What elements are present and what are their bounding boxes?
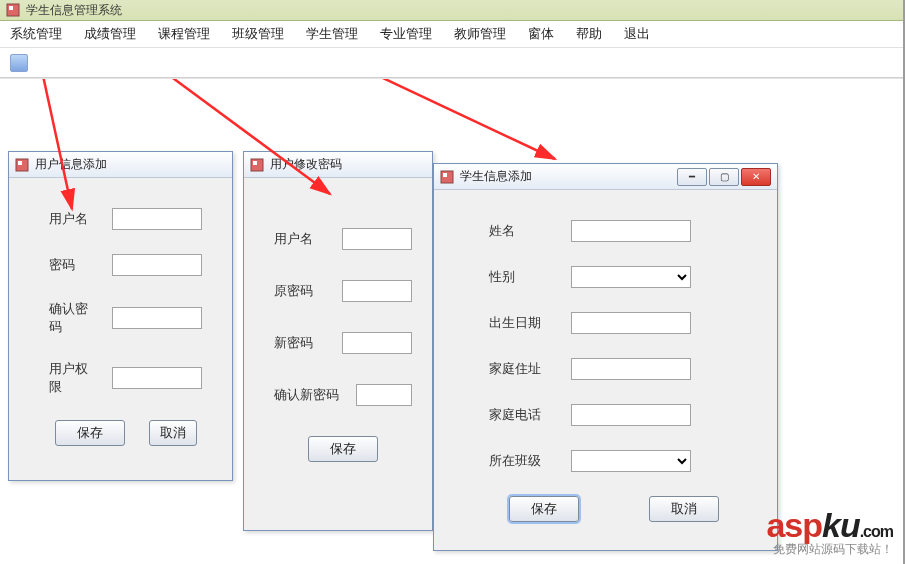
label-password: 密码: [49, 256, 94, 274]
menu-bar: 系统管理 成绩管理 课程管理 班级管理 学生管理 专业管理 教师管理 窗体 帮助…: [0, 21, 905, 47]
svg-rect-3: [18, 161, 22, 165]
menu-system[interactable]: 系统管理: [10, 25, 62, 43]
menu-teacher[interactable]: 教师管理: [454, 25, 506, 43]
menu-exit[interactable]: 退出: [624, 25, 650, 43]
label-username: 用户名: [49, 210, 94, 228]
dialog-title: 用户信息添加: [35, 156, 107, 173]
logo-subtitle: 免费网站源码下载站！: [766, 541, 893, 558]
menu-help[interactable]: 帮助: [576, 25, 602, 43]
select-class[interactable]: [571, 450, 691, 472]
app-titlebar: 学生信息管理系统: [0, 0, 905, 21]
input-confirm[interactable]: [112, 307, 202, 329]
menu-major[interactable]: 专业管理: [380, 25, 432, 43]
label-new-password: 新密码: [274, 334, 330, 352]
label-address: 家庭住址: [489, 360, 553, 378]
input-password[interactable]: [112, 254, 202, 276]
menu-class[interactable]: 班级管理: [232, 25, 284, 43]
close-button[interactable]: ✕: [741, 168, 771, 186]
label-confirm: 确认密码: [49, 300, 94, 336]
menu-course[interactable]: 课程管理: [158, 25, 210, 43]
input-confirm-new-password[interactable]: [356, 384, 412, 406]
svg-line-10: [300, 79, 555, 159]
app-icon: [6, 3, 20, 17]
form-icon: [15, 158, 29, 172]
label-phone: 家庭电话: [489, 406, 553, 424]
label-class: 所在班级: [489, 452, 553, 470]
input-name[interactable]: [571, 220, 691, 242]
input-old-password[interactable]: [342, 280, 412, 302]
save-button[interactable]: 保存: [308, 436, 378, 462]
minimize-button[interactable]: ━: [677, 168, 707, 186]
input-new-password[interactable]: [342, 332, 412, 354]
maximize-button[interactable]: ▢: [709, 168, 739, 186]
svg-rect-1: [9, 6, 13, 10]
dialog-title: 用户修改密码: [270, 156, 342, 173]
svg-rect-7: [443, 173, 447, 177]
select-gender[interactable]: [571, 266, 691, 288]
label-username: 用户名: [274, 230, 330, 248]
input-phone[interactable]: [571, 404, 691, 426]
label-confirm-new-password: 确认新密码: [274, 386, 344, 404]
input-role[interactable]: [112, 367, 202, 389]
label-name: 姓名: [489, 222, 553, 240]
input-username[interactable]: [112, 208, 202, 230]
site-logo: aspku.com 免费网站源码下载站！: [766, 506, 893, 558]
mdi-workspace: http://blog.csdn.net/erlian1992 用户信息添加 用…: [0, 79, 905, 559]
form-icon: [440, 170, 454, 184]
image-tool-icon[interactable]: [10, 54, 28, 72]
menu-window[interactable]: 窗体: [528, 25, 554, 43]
save-button[interactable]: 保存: [55, 420, 125, 446]
dialog-titlebar[interactable]: 用户信息添加: [9, 152, 232, 178]
logo-asp: asp: [766, 506, 822, 544]
menu-student[interactable]: 学生管理: [306, 25, 358, 43]
logo-ku: ku: [822, 506, 860, 544]
label-gender: 性别: [489, 268, 553, 286]
cancel-button-partial[interactable]: 取消: [149, 420, 197, 446]
input-address[interactable]: [571, 358, 691, 380]
input-birth[interactable]: [571, 312, 691, 334]
dialog-user-add[interactable]: 用户信息添加 用户名 密码 确认密码 用户权限 保存 取消: [8, 151, 233, 481]
dialog-title: 学生信息添加: [460, 168, 532, 185]
app-title: 学生信息管理系统: [26, 2, 122, 19]
cancel-button[interactable]: 取消: [649, 496, 719, 522]
dialog-titlebar[interactable]: 用户修改密码: [244, 152, 432, 178]
label-birth: 出生日期: [489, 314, 553, 332]
menu-score[interactable]: 成绩管理: [84, 25, 136, 43]
logo-dotcom: .com: [860, 523, 893, 540]
form-icon: [250, 158, 264, 172]
save-button[interactable]: 保存: [509, 496, 579, 522]
dialog-student-add[interactable]: 学生信息添加 ━ ▢ ✕ 姓名 性别 出生日期 家庭住址: [433, 163, 778, 551]
label-role: 用户权限: [49, 360, 94, 396]
label-old-password: 原密码: [274, 282, 330, 300]
input-username[interactable]: [342, 228, 412, 250]
dialog-change-password[interactable]: 用户修改密码 用户名 原密码 新密码 确认新密码 保存: [243, 151, 433, 531]
svg-rect-5: [253, 161, 257, 165]
toolbar: [0, 47, 905, 77]
dialog-titlebar[interactable]: 学生信息添加 ━ ▢ ✕: [434, 164, 777, 190]
